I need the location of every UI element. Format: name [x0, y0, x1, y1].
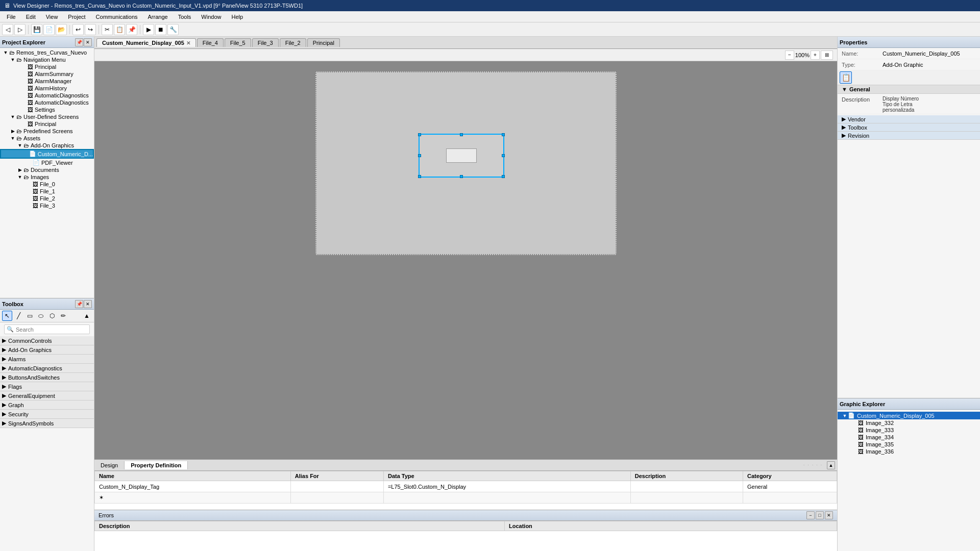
menu-view[interactable]: View: [41, 12, 63, 21]
ge-root-item[interactable]: ▼ 📄 Custom_Numeric_Display_005: [838, 412, 980, 419]
toolbar-back[interactable]: ◁: [2, 24, 13, 35]
handle-br[interactable]: [502, 175, 505, 178]
selected-widget[interactable]: [419, 134, 504, 178]
menu-tools[interactable]: Tools: [174, 12, 196, 21]
tab-property-definition[interactable]: Property Definition: [125, 461, 188, 469]
line-tool[interactable]: ╱: [13, 311, 23, 321]
tree-alarm-summary[interactable]: 🖼 AlarmSummary: [0, 70, 94, 78]
menu-arrange[interactable]: Arrange: [143, 12, 173, 21]
tree-file1[interactable]: 🖼 File_1: [0, 188, 94, 195]
property-def-expand[interactable]: ▲: [827, 461, 835, 469]
ge-image-335[interactable]: 🖼 Image_335: [838, 441, 980, 448]
ge-image-332[interactable]: 🖼 Image_332: [838, 419, 980, 427]
tree-file0[interactable]: 🖼 File_0: [0, 181, 94, 188]
tab-file4[interactable]: File_4: [197, 38, 224, 47]
tab-file3[interactable]: File_3: [252, 38, 279, 47]
category-general-equipment[interactable]: ▶ GeneralEquipment: [0, 391, 94, 400]
category-auto-diag[interactable]: ▶ AutomaticDiagnostics: [0, 364, 94, 373]
toolbar-save[interactable]: 💾: [31, 24, 42, 35]
tab-file2[interactable]: File_2: [280, 38, 306, 47]
toolbar-run[interactable]: ▶: [143, 24, 154, 35]
menu-file[interactable]: File: [2, 12, 20, 21]
tree-principal[interactable]: 🖼 Principal: [0, 63, 94, 70]
toolbox-search-input[interactable]: [16, 327, 87, 333]
tree-documents[interactable]: ▶ 🗁 Documents: [0, 166, 94, 173]
tree-nav-menu[interactable]: ▼ 🗁 Navigation Menu: [0, 56, 94, 63]
polygon-tool[interactable]: ⬡: [47, 311, 57, 321]
ge-image-336[interactable]: 🖼 Image_336: [838, 448, 980, 455]
general-section-header[interactable]: ▼ General: [838, 85, 980, 94]
handle-ml[interactable]: [418, 154, 421, 157]
category-security[interactable]: ▶ Security: [0, 410, 94, 419]
toolbar-undo[interactable]: ↩: [72, 24, 84, 35]
toolbar-forward[interactable]: ▷: [14, 24, 26, 35]
handle-mr[interactable]: [502, 154, 505, 157]
tree-images[interactable]: ▼ 🗁 Images: [0, 173, 94, 181]
tab-custom-numeric-display-005[interactable]: Custom_Numeric_Display_005 ✕: [96, 38, 196, 47]
zoom-in-button[interactable]: +: [811, 51, 820, 60]
toolbar-open[interactable]: 📂: [56, 24, 67, 35]
tree-alarm-manager[interactable]: 🖼 AlarmManager: [0, 78, 94, 85]
toolbar-redo[interactable]: ↪: [85, 24, 96, 35]
tree-principal2[interactable]: 🖼 Principal: [0, 120, 94, 128]
project-explorer-pin[interactable]: 📌: [75, 38, 83, 46]
tab-file5[interactable]: File_5: [225, 38, 251, 47]
tree-auto-diag1[interactable]: 🖼 AutomaticDiagnostics: [0, 92, 94, 99]
designer-canvas-wrapper[interactable]: [94, 61, 837, 459]
handle-tc[interactable]: [460, 133, 463, 136]
table-row[interactable]: Custom_N_Display_Tag =L75_Slot0.Custom_N…: [95, 481, 837, 492]
select-tool[interactable]: ↖: [2, 311, 12, 321]
zoom-out-button[interactable]: −: [785, 51, 794, 60]
category-add-on-graphics[interactable]: ▶ Add-On Graphics: [0, 345, 94, 355]
tree-assets[interactable]: ▼ 🗁 Assets: [0, 135, 94, 142]
handle-tl[interactable]: [418, 133, 421, 136]
toolbar-paste[interactable]: 📌: [126, 24, 137, 35]
errors-close[interactable]: ✕: [825, 511, 833, 519]
category-signs-symbols[interactable]: ▶ SignsAndSymbols: [0, 419, 94, 428]
toolbar-stop[interactable]: ⏹: [155, 24, 166, 35]
rect-tool[interactable]: ▭: [24, 311, 35, 321]
tree-alarm-history[interactable]: 🖼 AlarmHistory: [0, 85, 94, 92]
errors-minimize[interactable]: −: [806, 511, 815, 519]
category-flags[interactable]: ▶ Flags: [0, 382, 94, 391]
menu-window[interactable]: Window: [197, 12, 226, 21]
handle-tr[interactable]: [502, 133, 505, 136]
handle-bl[interactable]: [418, 175, 421, 178]
toolbox-scroll-up[interactable]: ▲: [82, 311, 92, 321]
errors-maximize[interactable]: □: [816, 511, 824, 519]
toolbar-debug[interactable]: 🔧: [167, 24, 179, 35]
tree-add-on-graphics[interactable]: ▼ 🗁 Add-On Graphics: [0, 142, 94, 149]
tab-principal[interactable]: Principal: [307, 38, 340, 47]
tree-custom-numeric[interactable]: 📄 Custom_Numeric_D...: [0, 149, 94, 159]
toolbox-section-header[interactable]: ▶ Toolbox: [838, 123, 980, 132]
handle-bc[interactable]: [460, 175, 463, 178]
properties-view-btn[interactable]: 📋: [840, 71, 852, 84]
tree-file3[interactable]: 🖼 File_3: [0, 202, 94, 209]
toolbar-new[interactable]: 📄: [43, 24, 55, 35]
toolbox-search-box[interactable]: 🔍: [4, 324, 90, 334]
menu-help[interactable]: Help: [227, 12, 248, 21]
tab-design[interactable]: Design: [94, 461, 125, 469]
tree-user-defined[interactable]: ▼ 🗁 User-Defined Screens: [0, 113, 94, 120]
toolbox-close[interactable]: ✕: [84, 300, 92, 308]
tree-auto-diag2[interactable]: 🖼 AutomaticDiagnostics: [0, 99, 94, 106]
toolbar-copy[interactable]: 📋: [114, 24, 125, 35]
category-alarms[interactable]: ▶ Alarms: [0, 355, 94, 364]
tab-close-icon[interactable]: ✕: [186, 40, 190, 46]
revision-section-header[interactable]: ▶ Revision: [838, 132, 980, 140]
tree-file2[interactable]: 🖼 File_2: [0, 195, 94, 202]
tree-root[interactable]: ▼ 🗁 Remos_tres_Curvas_Nuevo: [0, 49, 94, 56]
category-graph[interactable]: ▶ Graph: [0, 400, 94, 410]
ellipse-tool[interactable]: ⬭: [36, 311, 46, 321]
vendor-section-header[interactable]: ▶ Vendor: [838, 115, 980, 123]
toolbar-cut[interactable]: ✂: [102, 24, 113, 35]
brush-tool[interactable]: ✏: [58, 311, 68, 321]
menu-project[interactable]: Project: [63, 12, 90, 21]
zoom-fit-button[interactable]: ⊞: [821, 51, 833, 60]
ge-image-334[interactable]: 🖼 Image_334: [838, 434, 980, 441]
tree-settings[interactable]: 🖼 Settings: [0, 106, 94, 113]
menu-edit[interactable]: Edit: [21, 12, 40, 21]
project-explorer-close[interactable]: ✕: [84, 38, 92, 46]
tree-pdf-viewer[interactable]: 📄 PDF_Viewer: [0, 159, 94, 166]
menu-communications[interactable]: Communications: [91, 12, 142, 21]
